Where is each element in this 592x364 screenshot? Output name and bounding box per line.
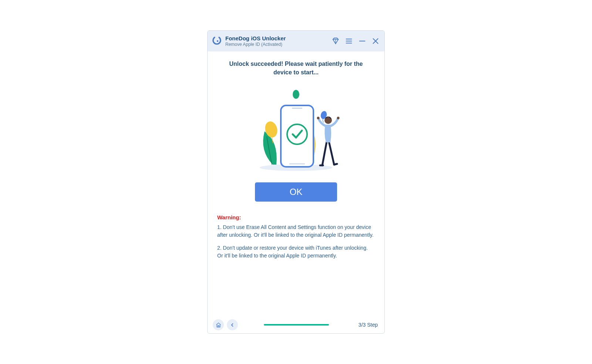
title-actions	[331, 37, 380, 46]
progress-wrap	[241, 324, 352, 326]
warning-item-2: 2. Don't update or restore your device w…	[217, 244, 375, 260]
menu-icon[interactable]	[344, 37, 353, 46]
success-illustration	[246, 87, 346, 173]
warning-block: Warning: 1. Don't use Erase All Content …	[215, 214, 377, 265]
app-subtitle: Remove Apple ID (Activated)	[225, 42, 327, 47]
svg-rect-13	[313, 116, 314, 121]
svg-point-17	[317, 117, 320, 119]
diamond-icon[interactable]	[331, 37, 340, 46]
headline: Unlock succeeded! Please wait patiently …	[222, 60, 370, 77]
step-label: 3/3 Step	[359, 322, 378, 328]
svg-point-19	[324, 117, 332, 124]
svg-point-9	[293, 90, 299, 99]
back-button[interactable]	[227, 319, 238, 330]
svg-point-0	[217, 40, 218, 42]
app-title: FoneDog iOS Unlocker	[225, 35, 327, 41]
warning-item-1: 1. Don't use Erase All Content and Setti…	[217, 223, 375, 239]
content: Unlock succeeded! Please wait patiently …	[208, 51, 384, 316]
app-window: FoneDog iOS Unlocker Remove Apple ID (Ac…	[207, 30, 385, 334]
svg-rect-14	[313, 123, 314, 127]
svg-point-15	[287, 124, 307, 144]
close-icon[interactable]	[371, 37, 380, 46]
warning-title: Warning:	[217, 214, 375, 220]
home-button[interactable]	[213, 319, 224, 330]
title-bar: FoneDog iOS Unlocker Remove Apple ID (Ac…	[208, 31, 384, 51]
footer: 3/3 Step	[208, 316, 384, 333]
svg-point-18	[337, 117, 340, 119]
ok-button[interactable]: OK	[255, 182, 337, 202]
app-logo-icon	[212, 36, 222, 46]
title-texts: FoneDog iOS Unlocker Remove Apple ID (Ac…	[225, 35, 327, 47]
progress-bar	[264, 324, 329, 326]
minimize-icon[interactable]	[358, 37, 367, 46]
svg-rect-11	[292, 108, 302, 109]
